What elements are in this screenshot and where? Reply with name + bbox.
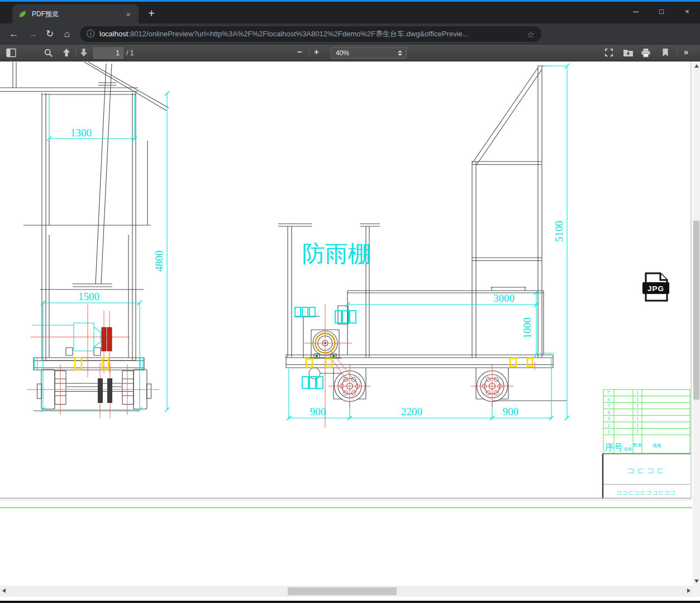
zoom-in-icon[interactable]: + xyxy=(314,47,319,56)
browser-tab[interactable]: PDF预览 × xyxy=(12,4,139,23)
svg-text:1: 1 xyxy=(636,422,639,428)
svg-text:6: 6 xyxy=(607,397,610,402)
bookmark-star-icon[interactable]: ☆ xyxy=(527,29,535,40)
svg-text:1: 1 xyxy=(636,416,639,421)
toolbar-separator xyxy=(677,49,678,58)
page-number-input[interactable] xyxy=(93,48,123,59)
browser-window: PDF预览 × + ─ □ × ← → ↻ ⌂ ⓘ localhost:8012… xyxy=(0,0,700,603)
page-count-label: / 1 xyxy=(126,49,134,57)
dim-span-right: 900 xyxy=(503,406,519,417)
jpg-file-icon: JPG xyxy=(642,273,669,301)
pdf-toolbar: / 1 − + 40% » xyxy=(0,45,700,61)
title-block-header-serial: 序号 xyxy=(605,442,623,453)
toolbar-separator xyxy=(309,49,309,58)
svg-text:1: 1 xyxy=(636,397,639,402)
dim-side-box-width: 3000 xyxy=(493,292,515,304)
browser-toolbar: ← → ↻ ⌂ ⓘ localhost:8012/onlinePreview?u… xyxy=(0,23,700,45)
bookmark-icon[interactable] xyxy=(661,48,669,57)
dim-side-height: 5100 xyxy=(553,221,565,242)
dimension-lines xyxy=(32,66,567,419)
scroll-down-arrow[interactable] xyxy=(694,580,699,583)
vertical-scrollbar[interactable] xyxy=(693,61,700,586)
minimize-button[interactable]: ─ xyxy=(623,2,649,23)
title-block-header-spec: 规格 xyxy=(653,443,661,448)
site-info-icon[interactable]: ⓘ xyxy=(87,29,94,39)
address-bar[interactable]: ⓘ localhost:8012/onlinePreview?url=http%… xyxy=(80,26,541,42)
dim-front-width-top: 1300 xyxy=(70,127,92,139)
side-view-geometry xyxy=(278,66,567,402)
url-path: :8012/onlinePreview?url=http%3A%2F%2Floc… xyxy=(128,30,468,38)
svg-text:1: 1 xyxy=(636,403,639,409)
forward-icon[interactable]: → xyxy=(25,23,41,45)
dim-front-width-mid: 1500 xyxy=(78,291,99,302)
svg-text:3: 3 xyxy=(607,416,610,421)
maximize-button[interactable]: □ xyxy=(649,2,674,23)
title-block-placeholder-2: ⊐⊐⊏⊐⊏⊐⊐⊏⊐⊐ xyxy=(616,489,676,496)
window-controls: ─ □ × xyxy=(623,2,700,23)
search-icon[interactable] xyxy=(44,49,53,58)
svg-text:4: 4 xyxy=(607,410,610,415)
scrollbar-corner xyxy=(693,586,700,597)
svg-text:1: 1 xyxy=(636,390,639,396)
horizontal-scrollbar[interactable] xyxy=(0,586,693,597)
title-block-header-qty: 数量 xyxy=(633,443,642,448)
back-icon[interactable]: ← xyxy=(6,23,22,45)
dim-side-box-height: 1000 xyxy=(521,317,533,339)
tab-title: PDF预览 xyxy=(32,10,59,19)
zoom-out-icon[interactable]: − xyxy=(297,47,302,56)
previous-page-icon[interactable] xyxy=(63,48,70,57)
jpg-badge-text: JPG xyxy=(647,284,664,293)
vertical-scroll-thumb[interactable] xyxy=(693,221,699,400)
scroll-right-arrow[interactable] xyxy=(687,588,691,593)
page-borders xyxy=(0,61,692,508)
sidebar-toggle-icon[interactable] xyxy=(6,48,16,58)
title-block-row-numbers: 7 6 5 4 3 2 1 1 1 1 1 1 1 1 xyxy=(607,390,639,434)
dim-span-left: 900 xyxy=(310,406,326,417)
spinner-up-icon xyxy=(398,50,402,53)
tab-strip: PDF预览 × + ─ □ × xyxy=(0,2,700,23)
spring-leaf-favicon xyxy=(18,10,27,18)
scroll-up-arrow[interactable] xyxy=(694,64,699,68)
dim-span-mid: 2200 xyxy=(401,406,422,417)
spinner-down-icon xyxy=(398,54,402,56)
close-button[interactable]: × xyxy=(674,2,700,23)
reload-icon[interactable]: ↻ xyxy=(41,23,58,45)
print-icon[interactable] xyxy=(641,48,651,58)
horizontal-scroll-thumb[interactable] xyxy=(288,587,397,595)
toolbar-separator xyxy=(75,49,76,58)
url-text[interactable]: localhost:8012/onlinePreview?url=http%3A… xyxy=(99,29,522,39)
zoom-level-select[interactable]: 40% xyxy=(331,48,407,59)
home-icon[interactable]: ⌂ xyxy=(59,23,75,45)
title-block-placeholder-1: ⊐⊏⊐⊏ xyxy=(627,466,666,476)
cad-drawing: 1300 4800 1500 3000 1000 5100 900 2200 9… xyxy=(0,61,693,586)
svg-text:2: 2 xyxy=(607,422,610,428)
next-page-icon[interactable] xyxy=(80,48,88,57)
centerlines xyxy=(27,305,535,428)
open-file-icon[interactable] xyxy=(623,48,634,57)
url-host: localhost xyxy=(99,30,128,38)
svg-text:7: 7 xyxy=(607,390,610,396)
scroll-left-arrow[interactable] xyxy=(2,588,6,593)
more-tools-icon[interactable]: » xyxy=(684,47,688,56)
svg-text:1: 1 xyxy=(607,429,610,434)
presentation-mode-icon[interactable] xyxy=(604,48,613,57)
tab-close-icon[interactable]: × xyxy=(123,9,133,20)
front-view-geometry xyxy=(0,62,169,411)
svg-text:1: 1 xyxy=(636,410,639,415)
svg-text:1: 1 xyxy=(636,429,639,434)
new-tab-button[interactable]: + xyxy=(144,7,159,21)
title-block-header-name: 名称 xyxy=(623,447,632,452)
pdf-page-canvas[interactable]: 1300 4800 1500 3000 1000 5100 900 2200 9… xyxy=(0,61,700,586)
zoom-level-value: 40% xyxy=(336,49,349,57)
rain-shelter-label: 防雨棚 xyxy=(302,240,371,267)
dim-front-height: 4800 xyxy=(153,250,165,272)
svg-text:5: 5 xyxy=(607,403,610,409)
window-bottom-edge xyxy=(0,601,700,603)
